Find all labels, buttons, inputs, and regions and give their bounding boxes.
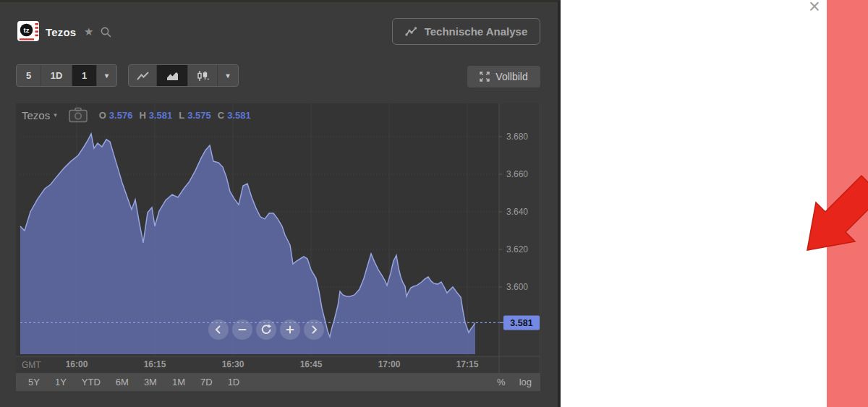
expand-icon	[480, 72, 490, 82]
red-highlight-stripe	[827, 0, 868, 407]
y-tick-label: 3.640	[506, 207, 528, 217]
timezone-label: GMT	[22, 360, 41, 370]
range-bar: 5Y1YYTD6M3M1M7D1D %log	[16, 373, 540, 391]
interval-button-group: 51D1▾	[16, 64, 117, 87]
instrument-title: Tezos	[46, 26, 76, 38]
x-tick-label: 16:00	[66, 359, 88, 369]
zoom-out-button[interactable]	[232, 320, 252, 340]
chevron-left-icon	[212, 323, 225, 336]
interval-more-button[interactable]: ▾	[97, 65, 116, 86]
range-preset-1y[interactable]: 1Y	[55, 377, 67, 387]
y-tick-label: 3.680	[506, 132, 528, 142]
range-preset-ytd[interactable]: YTD	[82, 377, 101, 387]
chart-type-more-button[interactable]: ▾	[218, 65, 238, 86]
chart-widget: 3.6803.6603.6403.6203.6003.581 Tezos ▾ O…	[16, 103, 540, 391]
y-tick-label: 3.620	[506, 244, 528, 254]
range-preset-1m[interactable]: 1M	[172, 377, 185, 387]
scale-toggle-%[interactable]: %	[497, 377, 506, 387]
interval-button-5[interactable]: 5	[17, 65, 41, 86]
range-preset-5y[interactable]: 5Y	[28, 377, 40, 387]
ohlc-pair: O3.576	[99, 110, 133, 121]
technical-analysis-label: Technische Analyse	[425, 25, 528, 38]
scale-toggle-log[interactable]: log	[519, 377, 532, 387]
scale-toggles: %log	[497, 377, 532, 387]
line-type-icon	[137, 71, 149, 81]
x-tick-label: 17:00	[378, 359, 401, 369]
technical-analysis-button[interactable]: Technische Analyse	[392, 18, 540, 45]
chart-type-group: ▾	[128, 64, 239, 87]
chevron-down-icon: ▾	[226, 72, 229, 80]
range-preset-1d[interactable]: 1D	[228, 377, 240, 387]
x-tick-label: 16:45	[300, 359, 323, 369]
pan-right-button[interactable]	[304, 320, 324, 340]
area-type-icon	[166, 71, 179, 81]
chevron-right-icon	[307, 323, 320, 336]
favorite-star-icon[interactable]: ★	[84, 25, 93, 38]
interval-button-1[interactable]: 1	[72, 65, 97, 86]
x-tick-label: 16:15	[144, 359, 166, 369]
fullscreen-button[interactable]: Vollbild	[467, 66, 540, 87]
line-chart-icon	[405, 27, 418, 37]
logo-tz-glyph: tz	[24, 26, 30, 34]
ohlc-pair: C3.581	[218, 110, 251, 121]
x-tick-label: 16:30	[222, 359, 244, 369]
range-presets: 5Y1YYTD6M3M1M7D1D	[16, 377, 239, 387]
chart-panel: tz Tezos ★ Technische Analyse 51D1▾	[0, 0, 561, 407]
pan-left-button[interactable]	[208, 320, 229, 340]
candlestick-icon	[196, 70, 209, 82]
chart-type-area-button[interactable]	[157, 65, 188, 86]
close-icon[interactable]: ×	[809, 0, 820, 18]
chevron-down-icon[interactable]: ▾	[54, 111, 57, 119]
order-panel: Jetzt Zum Preis Handelsbetrag € 1 500 ▾ …	[561, 0, 868, 407]
snapshot-camera-icon[interactable]	[69, 107, 88, 123]
ohlc-pair: H3.581	[139, 110, 172, 121]
trading-app: tz Tezos ★ Technische Analyse 51D1▾	[0, 0, 868, 407]
plus-icon	[284, 323, 297, 336]
legend-symbol-selector[interactable]: Tezos	[22, 109, 50, 121]
tezos-logo: tz	[17, 21, 39, 41]
chart-legend: Tezos ▾ O3.576H3.581L3.575C3.581	[22, 106, 251, 124]
range-preset-6m[interactable]: 6M	[116, 377, 129, 387]
ohlc-pair: L3.575	[179, 110, 211, 121]
reset-chart-button[interactable]	[256, 320, 276, 340]
current-price-value: 3.581	[510, 318, 532, 328]
chart-type-candles-button[interactable]	[188, 65, 218, 86]
range-preset-7d[interactable]: 7D	[200, 377, 213, 387]
chevron-down-icon: ▾	[105, 72, 109, 80]
ohlc-values: O3.576H3.581L3.575C3.581	[99, 110, 251, 121]
y-tick-label: 3.600	[506, 282, 528, 292]
y-tick-label: 3.660	[506, 169, 528, 179]
minus-icon	[236, 323, 249, 336]
chart-nav-controls	[208, 320, 324, 340]
zoom-in-button[interactable]	[280, 320, 300, 340]
time-axis: GMT 16:0016:1516:3016:4517:0017:15	[16, 356, 540, 373]
range-preset-3m[interactable]: 3M	[144, 377, 157, 387]
x-tick-label: 17:15	[456, 359, 479, 369]
chart-type-line-button[interactable]	[129, 65, 157, 86]
interval-button-1d[interactable]: 1D	[41, 65, 72, 86]
fullscreen-label: Vollbild	[495, 71, 527, 82]
refresh-icon	[260, 323, 273, 336]
search-icon[interactable]	[100, 26, 113, 39]
